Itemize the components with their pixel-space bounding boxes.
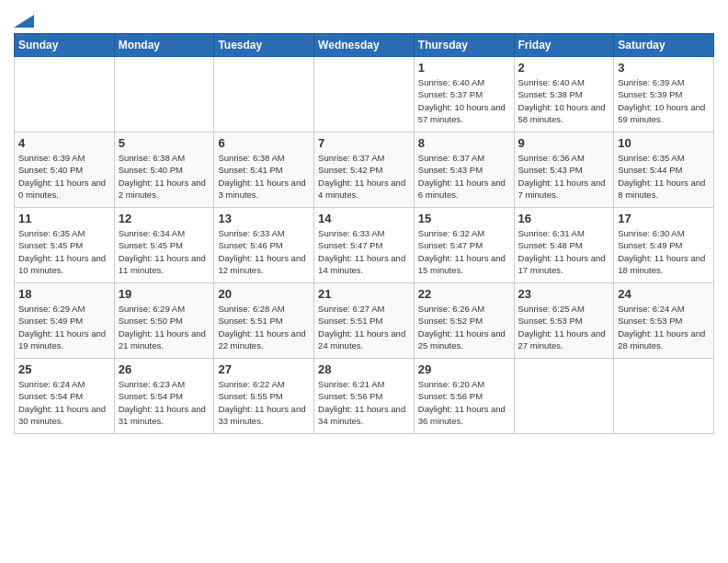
col-header-sunday: Sunday [15,34,115,57]
day-number: 19 [119,287,210,301]
day-info: Sunrise: 6:36 AM Sunset: 5:43 PM Dayligh… [518,152,610,201]
calendar-cell: 25Sunrise: 6:24 AM Sunset: 5:54 PM Dayli… [15,359,115,434]
calendar-week-1: 1Sunrise: 6:40 AM Sunset: 5:37 PM Daylig… [15,57,714,132]
day-info: Sunrise: 6:40 AM Sunset: 5:37 PM Dayligh… [418,76,510,125]
day-number: 5 [119,136,210,150]
day-info: Sunrise: 6:30 AM Sunset: 5:49 PM Dayligh… [618,227,710,276]
day-info: Sunrise: 6:39 AM Sunset: 5:39 PM Dayligh… [618,76,710,125]
calendar-cell: 23Sunrise: 6:25 AM Sunset: 5:53 PM Dayli… [514,283,614,359]
calendar-cell: 10Sunrise: 6:35 AM Sunset: 5:44 PM Dayli… [614,132,714,208]
day-info: Sunrise: 6:37 AM Sunset: 5:43 PM Dayligh… [418,152,510,201]
col-header-tuesday: Tuesday [214,34,314,57]
col-header-monday: Monday [114,34,214,57]
calendar-cell: 15Sunrise: 6:32 AM Sunset: 5:47 PM Dayli… [414,208,514,283]
calendar-cell [114,57,214,132]
calendar-cell: 26Sunrise: 6:23 AM Sunset: 5:54 PM Dayli… [114,359,214,434]
calendar-cell: 6Sunrise: 6:38 AM Sunset: 5:41 PM Daylig… [214,132,314,208]
header [14,9,714,28]
day-number: 13 [218,212,310,225]
day-number: 21 [318,287,410,301]
calendar-cell: 29Sunrise: 6:20 AM Sunset: 5:56 PM Dayli… [414,359,514,434]
calendar-header-row: SundayMondayTuesdayWednesdayThursdayFrid… [15,34,714,57]
day-info: Sunrise: 6:39 AM Sunset: 5:40 PM Dayligh… [18,152,110,201]
day-info: Sunrise: 6:29 AM Sunset: 5:49 PM Dayligh… [18,303,110,351]
day-number: 14 [318,212,410,225]
calendar-cell: 8Sunrise: 6:37 AM Sunset: 5:43 PM Daylig… [414,132,514,208]
calendar-table: SundayMondayTuesdayWednesdayThursdayFrid… [14,33,714,434]
day-number: 22 [418,287,510,301]
day-number: 17 [618,212,710,225]
day-info: Sunrise: 6:24 AM Sunset: 5:53 PM Dayligh… [618,303,710,351]
day-info: Sunrise: 6:31 AM Sunset: 5:48 PM Dayligh… [518,227,610,276]
day-number: 6 [218,136,310,150]
calendar-cell: 20Sunrise: 6:28 AM Sunset: 5:51 PM Dayli… [214,283,314,359]
calendar-cell: 28Sunrise: 6:21 AM Sunset: 5:56 PM Dayli… [314,359,415,434]
calendar-cell [15,57,115,132]
col-header-thursday: Thursday [414,34,514,57]
calendar-cell: 16Sunrise: 6:31 AM Sunset: 5:48 PM Dayli… [514,208,614,283]
day-info: Sunrise: 6:21 AM Sunset: 5:56 PM Dayligh… [318,378,410,427]
calendar-cell: 1Sunrise: 6:40 AM Sunset: 5:37 PM Daylig… [414,57,514,132]
calendar-page: SundayMondayTuesdayWednesdayThursdayFrid… [0,0,728,563]
calendar-cell: 7Sunrise: 6:37 AM Sunset: 5:42 PM Daylig… [314,132,415,208]
calendar-cell: 18Sunrise: 6:29 AM Sunset: 5:49 PM Dayli… [15,283,115,359]
logo-icon [14,15,34,28]
day-info: Sunrise: 6:35 AM Sunset: 5:44 PM Dayligh… [618,152,710,201]
day-number: 4 [18,136,110,150]
day-info: Sunrise: 6:35 AM Sunset: 5:45 PM Dayligh… [18,227,110,276]
calendar-cell: 19Sunrise: 6:29 AM Sunset: 5:50 PM Dayli… [114,283,214,359]
day-number: 23 [518,287,610,301]
col-header-saturday: Saturday [614,34,714,57]
day-number: 29 [418,362,510,376]
day-info: Sunrise: 6:28 AM Sunset: 5:51 PM Dayligh… [218,303,310,351]
day-number: 18 [18,287,110,301]
col-header-wednesday: Wednesday [314,34,415,57]
day-number: 16 [518,212,610,225]
calendar-cell: 11Sunrise: 6:35 AM Sunset: 5:45 PM Dayli… [15,208,115,283]
calendar-cell: 24Sunrise: 6:24 AM Sunset: 5:53 PM Dayli… [614,283,714,359]
day-number: 1 [418,61,510,75]
calendar-cell: 13Sunrise: 6:33 AM Sunset: 5:46 PM Dayli… [214,208,314,283]
day-number: 27 [218,362,310,376]
calendar-cell: 21Sunrise: 6:27 AM Sunset: 5:51 PM Dayli… [314,283,415,359]
day-info: Sunrise: 6:33 AM Sunset: 5:46 PM Dayligh… [218,227,310,276]
calendar-cell [614,359,714,434]
day-number: 7 [318,136,410,150]
col-header-friday: Friday [514,34,614,57]
calendar-week-5: 25Sunrise: 6:24 AM Sunset: 5:54 PM Dayli… [15,359,714,434]
day-number: 11 [18,212,110,225]
day-info: Sunrise: 6:40 AM Sunset: 5:38 PM Dayligh… [518,76,610,125]
day-info: Sunrise: 6:20 AM Sunset: 5:56 PM Dayligh… [418,378,510,427]
calendar-week-3: 11Sunrise: 6:35 AM Sunset: 5:45 PM Dayli… [15,208,714,283]
svg-marker-0 [14,15,34,28]
day-info: Sunrise: 6:38 AM Sunset: 5:40 PM Dayligh… [119,152,210,201]
day-number: 28 [318,362,410,376]
calendar-cell: 27Sunrise: 6:22 AM Sunset: 5:55 PM Dayli… [214,359,314,434]
day-number: 8 [418,136,510,150]
day-number: 2 [518,61,610,75]
calendar-cell: 2Sunrise: 6:40 AM Sunset: 5:38 PM Daylig… [514,57,614,132]
day-info: Sunrise: 6:22 AM Sunset: 5:55 PM Dayligh… [218,378,310,427]
day-number: 26 [119,362,210,376]
calendar-cell: 14Sunrise: 6:33 AM Sunset: 5:47 PM Dayli… [314,208,415,283]
day-number: 25 [18,362,110,376]
day-info: Sunrise: 6:33 AM Sunset: 5:47 PM Dayligh… [318,227,410,276]
calendar-cell: 12Sunrise: 6:34 AM Sunset: 5:45 PM Dayli… [114,208,214,283]
day-number: 24 [618,287,710,301]
calendar-cell: 9Sunrise: 6:36 AM Sunset: 5:43 PM Daylig… [514,132,614,208]
day-number: 3 [618,61,710,75]
calendar-cell: 4Sunrise: 6:39 AM Sunset: 5:40 PM Daylig… [15,132,115,208]
logo [14,13,34,28]
day-info: Sunrise: 6:23 AM Sunset: 5:54 PM Dayligh… [119,378,210,427]
day-number: 9 [518,136,610,150]
day-number: 12 [119,212,210,225]
day-info: Sunrise: 6:34 AM Sunset: 5:45 PM Dayligh… [119,227,210,276]
calendar-cell: 17Sunrise: 6:30 AM Sunset: 5:49 PM Dayli… [614,208,714,283]
day-info: Sunrise: 6:38 AM Sunset: 5:41 PM Dayligh… [218,152,310,201]
day-info: Sunrise: 6:26 AM Sunset: 5:52 PM Dayligh… [418,303,510,351]
calendar-cell: 3Sunrise: 6:39 AM Sunset: 5:39 PM Daylig… [614,57,714,132]
calendar-cell: 22Sunrise: 6:26 AM Sunset: 5:52 PM Dayli… [414,283,514,359]
day-info: Sunrise: 6:24 AM Sunset: 5:54 PM Dayligh… [18,378,110,427]
day-info: Sunrise: 6:32 AM Sunset: 5:47 PM Dayligh… [418,227,510,276]
calendar-week-4: 18Sunrise: 6:29 AM Sunset: 5:49 PM Dayli… [15,283,714,359]
